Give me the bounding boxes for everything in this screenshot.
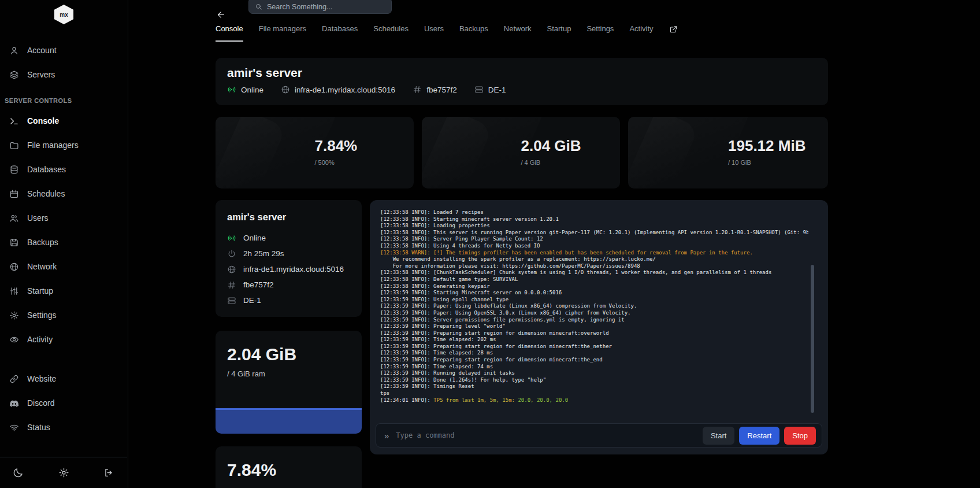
sidebar-item-activity[interactable]: Activity <box>0 327 128 352</box>
restart-button[interactable]: Restart <box>739 427 779 445</box>
brand-logo-text: mx <box>60 12 68 18</box>
sidebar-item-label: Schedules <box>27 189 65 198</box>
cpu-usage-value: 7.84% <box>315 137 358 155</box>
sidebar-item-network[interactable]: Network <box>0 254 128 279</box>
sidebar-item-console[interactable]: Console <box>0 109 128 133</box>
server-rack-icon <box>474 85 484 94</box>
link-icon <box>9 374 19 384</box>
cpu-usage-limit: / 500% <box>315 159 358 166</box>
nav-section-gap <box>0 352 128 367</box>
sidebar: mx AccountServersSERVER CONTROLSConsoleF… <box>0 0 128 488</box>
sidebar-item-account[interactable]: Account <box>0 38 128 62</box>
console-log-line: We recommend installing the spark profil… <box>380 256 808 263</box>
cpu-usage-block: 7.84%/ 500% <box>315 137 358 166</box>
eye-icon <box>9 335 19 345</box>
sidebar-item-label: Settings <box>27 310 57 320</box>
console-log-line: [12:33:58 INFO]: Loading properties <box>380 223 808 230</box>
cpu-card: 7.84% <box>216 446 362 488</box>
server-info-row: infra-de1.myridax.cloud:5016 <box>227 261 350 277</box>
server-info-card: amir's server Online2h 25m 29sinfra-de1.… <box>216 200 362 317</box>
gear-icon[interactable] <box>58 467 69 478</box>
server-info-text: fbe757f2 <box>243 280 274 289</box>
sidebar-item-discord[interactable]: Discord <box>0 391 128 415</box>
sidebar-item-databases[interactable]: Databases <box>0 157 128 182</box>
command-input[interactable] <box>396 431 696 439</box>
server-rack-icon <box>227 296 236 305</box>
console-log-line: [12:33:59 INFO]: Running delayed init ta… <box>380 370 808 377</box>
brand-logo: mx <box>54 5 75 24</box>
sidebar-item-users[interactable]: Users <box>0 206 128 230</box>
console-log-line: [12:33:59 INFO]: Done (1.264s)! For help… <box>380 377 808 384</box>
power-icon <box>227 249 236 258</box>
console-log-line: [12:33:59 INFO]: Preparing start region … <box>380 357 808 364</box>
tab-schedules[interactable]: Schedules <box>373 24 409 42</box>
console-log-line: [12:33:59 INFO]: Preparing start region … <box>380 330 808 337</box>
external-link-icon[interactable] <box>669 25 678 34</box>
tab-network[interactable]: Network <box>504 24 532 42</box>
sidebar-item-file-managers[interactable]: File managers <box>0 133 128 157</box>
tab-users[interactable]: Users <box>424 24 444 42</box>
console-log-line: [12:33:59 INFO]: Paper: Using libdeflate… <box>380 303 808 310</box>
server-info-title: amir's server <box>227 212 350 223</box>
console-log-line: [12:33:59 INFO]: Time elapsed: 28 ms <box>380 350 808 357</box>
start-button[interactable]: Start <box>703 427 734 445</box>
sidebar-item-settings[interactable]: Settings <box>0 303 128 327</box>
sidebar-item-label: Status <box>27 423 50 432</box>
tab-backups[interactable]: Backups <box>459 24 488 42</box>
sidebar-item-label: Databases <box>27 165 66 174</box>
sidebar-item-label: Activity <box>27 335 53 344</box>
sidebar-item-website[interactable]: Website <box>0 367 128 391</box>
console-log-line: [12:33:58 INFO]: [ChunkTaskScheduler] Ch… <box>380 269 808 276</box>
server-meta-text: DE-1 <box>488 86 506 94</box>
console-log-line: tps <box>380 390 808 397</box>
server-meta-item: Online <box>227 85 263 94</box>
command-bar: » StartRestartStop <box>376 423 822 448</box>
logout-icon[interactable] <box>103 467 114 478</box>
globe-icon <box>281 85 290 94</box>
console-log-line: [12:33:59 INFO]: Starting Minecraft serv… <box>380 290 808 297</box>
console-log-line: [12:33:58 INFO]: Server Ping Player Samp… <box>380 236 808 243</box>
tab-activity[interactable]: Activity <box>629 24 653 42</box>
tab-console[interactable]: Console <box>216 24 243 42</box>
signal-icon <box>227 85 236 94</box>
console-log-line: [12:33:59 INFO]: Paper: Using OpenSSL 3.… <box>380 310 808 317</box>
sidebar-item-schedules[interactable]: Schedules <box>0 182 128 206</box>
search-icon <box>255 3 262 10</box>
sidebar-footer <box>0 457 127 488</box>
sidebar-item-status[interactable]: Status <box>0 415 128 439</box>
sidebar-item-label: Website <box>27 374 56 383</box>
tab-settings[interactable]: Settings <box>586 24 614 42</box>
tab-databases[interactable]: Databases <box>322 24 358 42</box>
console-log-line: [12:33:59 INFO]: Timings Reset <box>380 383 808 390</box>
moon-icon[interactable] <box>13 467 24 478</box>
disk-usage-limit: / 10 GiB <box>728 159 805 166</box>
console-log[interactable]: [12:33:58 INFO]: Loaded 7 recipes[12:33:… <box>380 209 808 413</box>
console-log-line: [12:33:58 INFO]: Default game type: SURV… <box>380 276 808 283</box>
console-log-line: [12:33:59 INFO]: Using epoll channel typ… <box>380 297 808 304</box>
calendar-icon <box>9 189 19 199</box>
console-scrollbar[interactable] <box>811 265 814 413</box>
stop-button[interactable]: Stop <box>784 427 816 445</box>
database-icon <box>9 165 19 175</box>
search-bar[interactable] <box>248 0 392 14</box>
console-log-line: [12:33:58 INFO]: Loaded 7 recipes <box>380 209 808 216</box>
sidebar-item-servers[interactable]: Servers <box>0 62 128 87</box>
console-log-line: [12:33:58 INFO]: Using 4 threads for Net… <box>380 243 808 250</box>
server-info-row: fbe757f2 <box>227 277 350 293</box>
chevrons-right-icon: » <box>384 431 389 440</box>
search-input[interactable] <box>267 3 385 11</box>
back-arrow-icon[interactable] <box>216 10 226 20</box>
server-title: amir's server <box>227 66 816 80</box>
gear-icon <box>9 310 19 320</box>
app-root: mx AccountServersSERVER CONTROLSConsoleF… <box>0 0 980 488</box>
disk-usage-card: 195.12 MiB/ 10 GiB <box>628 117 828 188</box>
memory-usage-card: 2.04 GiB/ 4 GiB <box>422 117 620 188</box>
console-log-line: [12:33:58 INFO]: Starting minecraft serv… <box>380 216 808 223</box>
tab-startup[interactable]: Startup <box>547 24 571 42</box>
folder-icon <box>9 141 19 150</box>
console-log-line: [12:33:59 INFO]: Time elapsed: 74 ms <box>380 364 808 371</box>
sidebar-item-backups[interactable]: Backups <box>0 230 128 254</box>
tab-file-managers[interactable]: File managers <box>259 24 306 42</box>
server-info-text: Online <box>243 234 266 242</box>
sidebar-item-startup[interactable]: Startup <box>0 279 128 303</box>
